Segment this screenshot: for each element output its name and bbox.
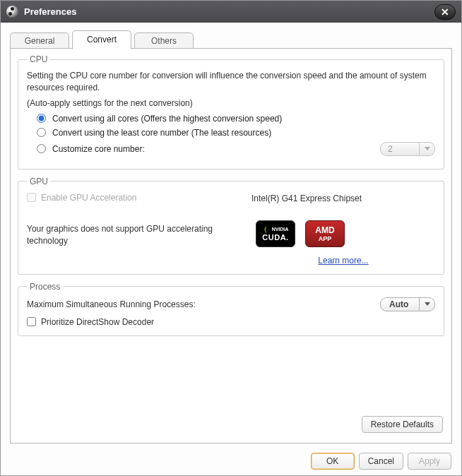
radio-custom-cores-label: Customize core number: [52,144,145,154]
cpu-description: Setting the CPU core number for conversi… [27,70,435,94]
nvidia-cuda-logo: NVIDIA CUDA. [256,220,295,247]
max-processes-value: Auto [389,299,408,309]
tab-convert[interactable]: Convert [72,30,131,49]
content-area: General Convert Others CPU Setting the C… [1,23,461,447]
group-gpu: GPU Enable GPU Acceleration Intel(R) G41… [18,177,444,275]
close-icon: ✕ [441,6,449,18]
window-title: Preferences [24,6,434,17]
apply-button: Apply [408,453,451,470]
nvidia-text: NVIDIA [272,227,289,232]
titlebar: Preferences ✕ [1,1,461,23]
chevron-down-icon [425,147,430,150]
app-icon [6,6,18,18]
radio-least-cores[interactable]: Convert using the least core number (The… [37,128,435,138]
core-number-value: 2 [388,144,393,154]
preferences-window: Preferences ✕ General Convert Others CPU… [0,0,462,476]
cpu-auto-note: (Auto-apply settings for the next conver… [27,98,435,108]
restore-defaults-button[interactable]: Restore Defaults [362,416,443,433]
group-cpu-legend: CPU [27,54,50,64]
enable-gpu-label: Enable GPU Acceleration [41,193,136,203]
learn-more-link[interactable]: Learn more... [251,251,435,266]
group-process: Process Maximum Simultaneous Running Pro… [18,282,444,336]
prioritize-directshow-checkbox[interactable]: Prioritize DirectShow Decoder [27,317,435,327]
radio-all-cores[interactable]: Convert using all cores (Offers the high… [37,114,435,124]
prioritize-directshow-label: Prioritize DirectShow Decoder [41,317,154,327]
max-processes-arrow-box [419,298,434,311]
amd-app-logo: AMD APP [305,220,345,247]
radio-least-cores-label: Convert using the least core number (The… [52,128,271,138]
gpu-chipset-name: Intel(R) G41 Express Chipset [251,192,435,203]
dialog-footer: OK Cancel Apply [1,447,461,475]
radio-custom-cores-input[interactable] [37,144,46,153]
gpu-unsupported-note: Your graphics does not support GPU accel… [27,210,251,247]
ok-button[interactable]: OK [311,453,355,470]
group-gpu-legend: GPU [27,177,51,186]
cuda-text: CUDA. [262,233,288,242]
group-process-legend: Process [27,282,63,292]
amd-text: AMD [315,225,334,235]
group-cpu: CPU Setting the CPU core number for conv… [18,54,444,169]
tab-page-convert: CPU Setting the CPU core number for conv… [10,48,452,444]
max-processes-select[interactable]: Auto [380,297,435,311]
cancel-button[interactable]: Cancel [359,453,403,470]
core-number-dropdown-arrow-box [419,143,434,155]
amd-app-text: APP [319,235,332,242]
tab-others[interactable]: Others [134,32,194,49]
radio-all-cores-input[interactable] [37,114,46,123]
tab-general[interactable]: General [10,32,69,49]
close-button[interactable]: ✕ [434,4,456,20]
radio-custom-cores-row: Customize core number: 2 [37,142,435,156]
chevron-down-icon [425,302,430,306]
prioritize-directshow-input[interactable] [27,317,36,326]
gpu-logos: NVIDIA CUDA. AMD APP [251,208,435,247]
radio-all-cores-label: Convert using all cores (Offers the high… [52,114,282,124]
radio-least-cores-input[interactable] [37,128,46,137]
enable-gpu-checkbox-input [27,193,36,202]
core-number-select: 2 [380,142,435,156]
max-processes-label: Maximum Simultaneous Running Processes: [27,299,196,309]
enable-gpu-checkbox: Enable GPU Acceleration [27,192,251,203]
tab-bar: General Convert Others [10,30,452,49]
